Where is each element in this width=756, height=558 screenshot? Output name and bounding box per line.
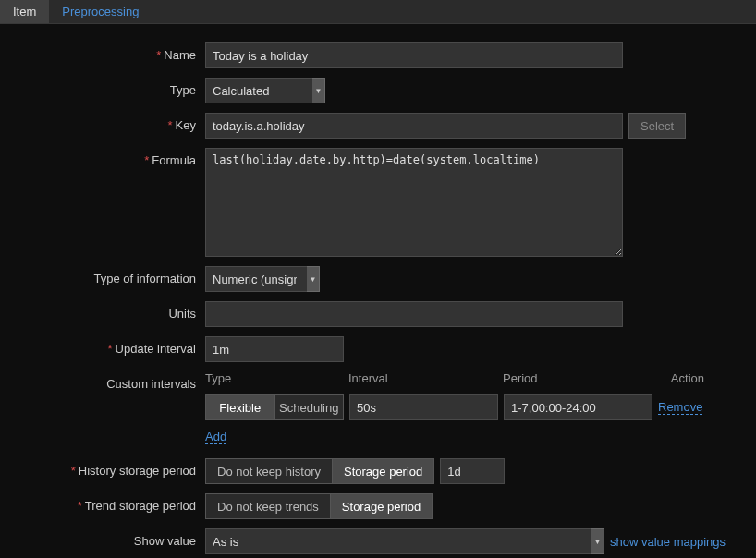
show-value-select[interactable]: As is <box>205 528 604 554</box>
history-do-not-keep[interactable]: Do not keep history <box>205 458 333 484</box>
formula-textarea[interactable]: last(holiday.date.by.http)=date(system.l… <box>205 148 623 257</box>
type-select[interactable]: Calculated <box>205 78 325 103</box>
add-link[interactable]: Add <box>205 430 226 444</box>
tab-preprocessing[interactable]: Preprocessing <box>49 0 152 23</box>
trend-storage-period[interactable]: Storage period <box>331 493 433 519</box>
seg-scheduling[interactable]: Scheduling <box>275 394 345 420</box>
tab-item[interactable]: Item <box>0 0 49 23</box>
history-storage-period[interactable]: Storage period <box>333 458 434 484</box>
label-name: *Name <box>9 42 205 62</box>
label-trend-storage: *Trend storage period <box>9 493 205 513</box>
label-history-storage: *History storage period <box>9 458 205 478</box>
label-type-of-info: Type of information <box>9 266 205 285</box>
label-formula: *Formula <box>9 148 205 167</box>
remove-link[interactable]: Remove <box>658 400 702 415</box>
key-input[interactable] <box>205 113 623 139</box>
show-value-mappings-link[interactable]: show value mappings <box>610 535 726 549</box>
label-units: Units <box>9 301 205 321</box>
label-custom-intervals: Custom intervals <box>9 371 205 391</box>
label-update-interval: *Update interval <box>9 336 205 356</box>
label-type: Type <box>9 78 205 97</box>
ci-period-input[interactable] <box>504 394 652 420</box>
ci-header-type: Type <box>205 371 348 385</box>
units-input[interactable] <box>205 301 623 327</box>
history-value-input[interactable] <box>440 458 505 484</box>
ci-row: Flexible Scheduling Remove <box>205 394 704 420</box>
ci-header-action: Action <box>656 371 704 385</box>
label-key: *Key <box>9 113 205 132</box>
name-input[interactable] <box>205 42 623 68</box>
select-button[interactable]: Select <box>628 113 686 139</box>
ci-header-interval: Interval <box>348 371 503 385</box>
trend-do-not-keep[interactable]: Do not keep trends <box>205 493 331 519</box>
ci-interval-input[interactable] <box>349 394 498 420</box>
label-show-value: Show value <box>9 528 205 548</box>
tabs-bar: Item Preprocessing <box>0 0 756 24</box>
update-interval-input[interactable] <box>205 336 344 362</box>
ci-header-period: Period <box>503 371 656 385</box>
type-of-info-select[interactable]: Numeric (unsigned) <box>205 266 320 292</box>
seg-flexible[interactable]: Flexible <box>205 394 275 420</box>
form-area: *Name Type Calculated ▼ *Key Select *For… <box>0 24 756 558</box>
